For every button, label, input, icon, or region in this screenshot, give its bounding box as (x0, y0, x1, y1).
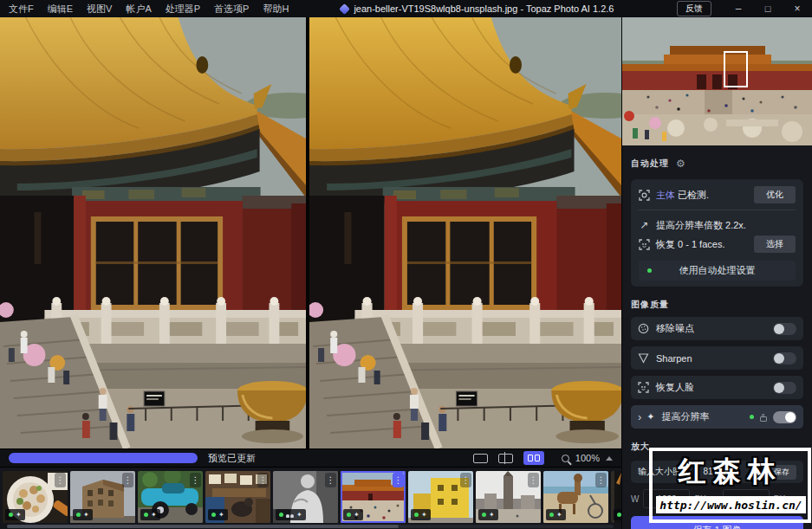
menu-account[interactable]: 帐户A (126, 3, 151, 16)
recover-faces-toggle[interactable] (773, 382, 796, 394)
thumb-menu-icon[interactable]: ⋮ (595, 473, 607, 487)
status-bar: 预览已更新 100% (0, 448, 621, 467)
faces-icon (286, 513, 294, 518)
close-button[interactable]: × (783, 3, 812, 15)
upscale-toggle[interactable] (773, 411, 796, 423)
menu-bar: 文件F 编辑E 视图V 帐户A 处理器P 首选项P 帮助H (0, 3, 289, 16)
comparison-viewer (0, 17, 621, 448)
zoom-dropdown-icon[interactable] (606, 456, 613, 461)
recover-faces-icon (638, 382, 649, 393)
autopilot-sparkle-icon: ✦ (296, 512, 302, 519)
processed-image-panel[interactable] (309, 17, 621, 448)
sharpen-icon (638, 352, 649, 364)
menu-preferences[interactable]: 首选项P (214, 3, 249, 16)
thumbnail-clock-tower[interactable]: ⋮ ✦ (476, 471, 541, 523)
ready-dot (211, 513, 216, 517)
recover-faces-row[interactable]: 恢复人脸 (631, 376, 803, 399)
thumbnail-statue[interactable]: ⋮ ✦ (273, 471, 338, 523)
subject-label[interactable]: 主体 (656, 190, 675, 200)
filmstrip-scrollbar[interactable] (7, 525, 614, 528)
app-logo-icon (340, 3, 351, 15)
ready-dot (482, 513, 486, 517)
apply-autopilot-button[interactable]: 使用自动处理设置 (639, 261, 796, 281)
thumbnail-market[interactable]: ⋮ ✦ (205, 471, 270, 523)
ready-dot (414, 513, 419, 517)
autopilot-status-dot (647, 268, 652, 273)
autopilot-header: 自动处理 (631, 158, 669, 170)
feedback-button[interactable]: 反馈 (677, 1, 711, 16)
gear-icon[interactable]: ⚙ (676, 158, 685, 169)
remove-noise-label: 移除噪点 (656, 322, 694, 335)
zoom-magnifier-icon[interactable] (562, 455, 569, 462)
select-faces-button[interactable]: 选择 (754, 235, 796, 253)
split-view-icon[interactable] (498, 454, 513, 463)
upscale-label: 提高分辨率 (662, 410, 710, 423)
minimize-button[interactable]: – (724, 3, 753, 15)
single-view-icon[interactable] (473, 454, 488, 463)
filmstrip: ⋮ ✦ ⋮ ✦ ⋮ ✦ ⋮ (0, 467, 621, 529)
thumb-menu-icon[interactable]: ⋮ (190, 473, 201, 487)
watermark-frame: 红森林 http://www.hoslin.cn/ (649, 448, 811, 523)
ready-dot (9, 513, 13, 517)
thumbnail-deer[interactable]: ⋮ ✦ (543, 471, 608, 523)
thumb-menu-icon[interactable]: ⋮ (460, 473, 471, 487)
face-detect-icon (639, 239, 650, 250)
lock-icon[interactable] (760, 416, 767, 422)
ready-dot (76, 513, 81, 517)
right-sidebar: 自动处理 ⚙ 主体 已检测. 优化 ↗ 提高分辨率倍数 2.2x. (621, 17, 812, 529)
thumbnail-building[interactable]: ⋮ ✦ (70, 471, 135, 523)
autopilot-sparkle-icon: ✦ (83, 512, 89, 519)
chevron-right-icon[interactable]: › (638, 411, 641, 423)
subject-status: 已检测. (678, 190, 709, 200)
width-label: W (631, 494, 639, 504)
thumb-menu-icon[interactable]: ⋮ (528, 473, 539, 487)
view-mode-controls: 100% (473, 451, 613, 465)
optimize-button[interactable]: 优化 (754, 186, 796, 203)
watermark-url: http://www.hoslin.cn/ (659, 499, 802, 512)
sharpen-label: Sharpen (656, 353, 692, 364)
thumb-menu-icon[interactable]: ⋮ (325, 473, 336, 487)
autopilot-card: 主体 已检测. 优化 ↗ 提高分辨率倍数 2.2x. 恢复 0 - 1 face… (631, 179, 803, 287)
watermark-title: 红森林 (653, 453, 808, 491)
zoom-level[interactable]: 100% (575, 453, 600, 463)
menu-file[interactable]: 文件F (9, 3, 34, 16)
remove-noise-toggle[interactable] (773, 323, 796, 335)
sharpen-toggle[interactable] (773, 352, 796, 364)
menu-view[interactable]: 视图V (87, 3, 112, 16)
remove-noise-row[interactable]: 移除噪点 (631, 317, 803, 340)
thumbnail-food[interactable]: ⋮ ✦ (3, 471, 68, 523)
thumb-menu-icon[interactable]: ⋮ (393, 473, 404, 487)
thumbnail-yellow-building[interactable]: ⋮ ✦ (408, 471, 473, 523)
autopilot-sparkle-icon: ✦ (151, 512, 157, 519)
autopilot-sparkle-icon: ✦ (421, 512, 427, 519)
menu-edit[interactable]: 编辑E (48, 3, 73, 16)
thumb-menu-icon[interactable]: ⋮ (257, 473, 269, 487)
thumb-menu-icon[interactable]: ⋮ (55, 473, 66, 487)
navigation-preview[interactable] (622, 17, 812, 145)
watermark-url-bar: http://www.hoslin.cn/ (656, 496, 806, 513)
ready-dot (279, 513, 283, 517)
upscale-row[interactable]: › ✦ 提高分辨率 (631, 405, 803, 429)
ready-dot (347, 513, 351, 517)
upscale-arrow-icon: ↗ (639, 220, 650, 231)
autopilot-sparkle-icon: ✦ (354, 512, 360, 519)
sharpen-row[interactable]: Sharpen (631, 346, 803, 370)
ready-dot (144, 513, 148, 517)
titlebar: 文件F 编辑E 视图V 帐户A 处理器P 首选项P 帮助H jean-belle… (0, 0, 812, 17)
thumbnail-car[interactable]: ⋮ ✦ (138, 471, 203, 523)
preview-status-text: 预览已更新 (208, 452, 256, 465)
side-by-side-view-icon[interactable] (523, 451, 544, 465)
window-title: jean-beller-VT19S8wlqb8-unsplash.jpg - T… (354, 3, 614, 14)
upscale-factor-text: 提高分辨率倍数 2.2x. (656, 219, 746, 232)
maximize-button[interactable]: □ (753, 3, 783, 14)
faces-recover-text: 恢复 0 - 1 faces. (656, 238, 724, 251)
autopilot-sparkle-icon: ✦ (556, 512, 562, 519)
upscale-status-dot (750, 415, 754, 419)
menu-help[interactable]: 帮助H (263, 3, 289, 16)
menu-processor[interactable]: 处理器P (166, 3, 200, 16)
original-image-panel[interactable] (0, 17, 306, 448)
autopilot-sparkle-icon: ✦ (489, 512, 495, 519)
thumb-menu-icon[interactable]: ⋮ (122, 473, 133, 487)
thumbnail-forbidden-city-selected[interactable]: ⋮ ✦ (341, 471, 406, 523)
autopilot-sparkle-icon: ✦ (218, 512, 224, 519)
